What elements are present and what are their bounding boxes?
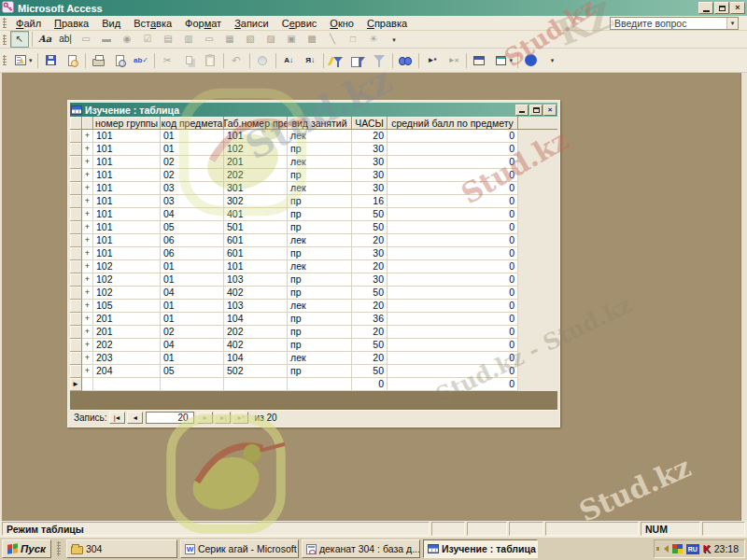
row-expand[interactable]: + [82, 156, 93, 169]
table-cell[interactable]: 01 [161, 130, 224, 143]
table-cell[interactable]: 0 [388, 300, 518, 313]
table-cell[interactable]: 01 [161, 313, 224, 326]
table-cell[interactable]: 204 [93, 365, 161, 378]
table-cell[interactable]: 102 [93, 273, 161, 287]
sort-descending-button[interactable]: Я↓ [301, 51, 320, 70]
table-cell[interactable]: 201 [224, 156, 288, 169]
toggle-button-tool-button[interactable]: ▬ [97, 31, 116, 48]
table-cell[interactable]: 202 [224, 169, 288, 182]
table-cell[interactable]: пр [288, 195, 352, 208]
delete-record-button[interactable]: ►× [444, 51, 463, 70]
table-cell[interactable]: 30 [352, 273, 388, 287]
app-restore-button[interactable] [714, 2, 729, 14]
new-record-button[interactable]: ►* [422, 51, 442, 70]
table-cell[interactable]: 01 [161, 273, 224, 287]
table-cell[interactable]: 101 [93, 208, 161, 221]
table-cell[interactable]: 101 [93, 221, 161, 234]
taskbar-item-access-database[interactable]: деканат 304 : база д... [302, 539, 420, 558]
spelling-button[interactable]: ab✓ [132, 51, 151, 70]
table-cell[interactable]: 04 [161, 287, 224, 300]
help-button[interactable] [521, 51, 541, 70]
taskbar-item-table-izuchenie[interactable]: Изучение : таблица [423, 539, 538, 558]
menu-item-1[interactable]: Правка [48, 17, 95, 30]
table-cell[interactable]: 101 [93, 130, 161, 143]
row-expand[interactable]: + [82, 247, 93, 260]
row-expand[interactable]: + [82, 234, 93, 247]
language-indicator[interactable]: RU [686, 544, 699, 554]
row-selector[interactable] [70, 287, 82, 300]
table-cell[interactable]: 102 [93, 260, 161, 273]
table-cell[interactable]: 0 [388, 169, 518, 182]
table-cell[interactable]: пр [288, 247, 352, 260]
table-cell[interactable]: лек [288, 130, 352, 143]
table-cell[interactable]: 101 [93, 195, 161, 208]
table-cell[interactable]: 02 [161, 326, 224, 339]
table-cell[interactable]: 402 [224, 339, 288, 352]
row-selector[interactable] [70, 156, 82, 169]
menu-item-7[interactable]: Окно [323, 17, 360, 30]
table-cell[interactable]: 03 [161, 195, 224, 208]
table-cell[interactable]: 20 [352, 130, 388, 143]
table-cell[interactable]: 50 [352, 287, 388, 300]
row-selector[interactable] [70, 169, 82, 182]
table-cell[interactable]: 50 [352, 339, 388, 352]
more-controls-tool-button[interactable]: ✳ [364, 31, 383, 48]
menu-item-4[interactable]: Формат [178, 17, 228, 30]
select-object-button[interactable]: ↖ [10, 31, 29, 48]
row-selector[interactable] [70, 273, 82, 287]
table-cell[interactable]: 0 [388, 313, 518, 326]
table-cell[interactable]: 0 [388, 287, 518, 300]
previous-record-button[interactable]: ◄ [127, 412, 143, 424]
ask-question-combo[interactable]: Введите вопрос ▾ [610, 17, 739, 30]
tray-app-icon[interactable] [672, 544, 683, 553]
table-cell[interactable]: 0 [388, 365, 518, 378]
menu-item-0[interactable]: Файл [9, 17, 48, 30]
view-button[interactable]: ▾ [10, 51, 35, 70]
table-cell[interactable]: 0 [388, 208, 518, 221]
next-record-button[interactable]: ► [197, 412, 213, 424]
table-cell[interactable]: пр [288, 143, 352, 156]
table-cell[interactable]: 50 [352, 365, 388, 378]
row-selector[interactable] [70, 182, 82, 195]
table-cell[interactable]: 01 [161, 260, 224, 273]
image-tool-button[interactable]: ▦ [220, 31, 239, 48]
table-cell[interactable]: 501 [224, 221, 288, 234]
menubar-grip[interactable] [3, 18, 7, 28]
table-cell[interactable]: пр [288, 326, 352, 339]
row-expand[interactable]: + [82, 352, 93, 365]
row-expand[interactable]: + [82, 221, 93, 234]
menu-item-8[interactable]: Справка [360, 17, 414, 30]
table-cell[interactable]: пр [288, 313, 352, 326]
table-cell[interactable]: 0 [388, 156, 518, 169]
row-selector[interactable] [70, 339, 82, 352]
row-expand[interactable]: + [82, 339, 93, 352]
table-cell[interactable]: лек [288, 260, 352, 273]
table-cell[interactable]: 30 [352, 247, 388, 260]
row-expand[interactable] [82, 378, 93, 391]
tab-control-tool-button[interactable]: ▣ [282, 31, 301, 48]
table-cell[interactable]: 101 [93, 169, 161, 182]
table-cell[interactable]: 101 [93, 182, 161, 195]
table-minimize-button[interactable] [515, 105, 529, 116]
column-header-0[interactable]: номер группы [93, 117, 161, 130]
table-cell[interactable]: 50 [352, 221, 388, 234]
app-minimize-button[interactable] [698, 2, 713, 14]
row-selector[interactable]: ► [70, 378, 82, 391]
row-selector[interactable] [70, 365, 82, 378]
new-object-dropdown-icon[interactable]: ▾ [510, 57, 514, 64]
table-cell[interactable]: пр [288, 365, 352, 378]
table-cell[interactable]: 105 [93, 300, 161, 313]
table-cell[interactable]: 05 [161, 221, 224, 234]
row-selector[interactable] [70, 143, 82, 156]
table-cell[interactable]: 01 [161, 352, 224, 365]
table-cell[interactable]: 101 [93, 156, 161, 169]
list-box-tool-button[interactable]: ▥ [179, 31, 198, 48]
table-cell[interactable]: 04 [161, 208, 224, 221]
insert-hyperlink-button[interactable] [253, 51, 273, 70]
option-group-tool-button[interactable]: ▭ [77, 31, 95, 48]
table-cell[interactable] [161, 378, 224, 391]
table-cell[interactable]: 102 [224, 143, 288, 156]
table-cell[interactable]: лек [288, 352, 352, 365]
table-cell[interactable]: 0 [388, 352, 518, 365]
table-cell[interactable]: пр [288, 287, 352, 300]
